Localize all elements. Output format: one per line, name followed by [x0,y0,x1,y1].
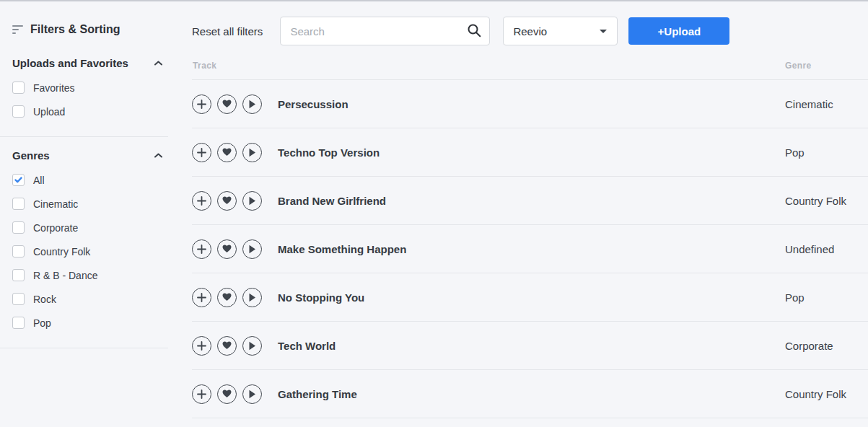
track-title: Brand New Girlfriend [278,195,785,207]
reset-all-filters-link[interactable]: Reset all filters [192,25,263,38]
favorite-button[interactable] [217,384,237,404]
section-uploads-and-favorites: Uploads and Favorites Favorites Upload [12,57,171,123]
track-title: Tech World [278,340,785,352]
table-row: Brand New Girlfriend Country Folk [192,177,868,225]
section-title: Uploads and Favorites [12,57,128,69]
row-actions [192,143,268,162]
filter-label: Favorites [33,82,75,94]
filter-label: Country Folk [33,246,90,257]
track-genre: Country Folk [785,388,868,400]
column-header-genre: Genre [785,61,868,71]
favorite-button[interactable] [217,336,237,356]
search-icon[interactable] [468,24,481,38]
track-title: Persecussion [278,98,785,110]
plus-icon [197,293,206,302]
heart-icon [222,245,232,253]
play-icon [248,293,256,302]
track-title: No Stopping You [278,291,785,304]
favorite-button[interactable] [217,191,237,211]
section-genres: Genres All Cinematic Corporate Country F… [12,149,171,335]
checkbox[interactable] [12,82,25,94]
favorite-button[interactable] [217,94,237,114]
checkbox[interactable] [12,245,25,257]
checkbox[interactable] [12,174,25,186]
heart-icon [222,389,232,398]
section-header-uploads[interactable]: Uploads and Favorites [12,57,171,69]
filter-checkbox-item[interactable]: R & B - Dance [12,263,171,287]
filter-label: Rock [33,294,56,305]
section-header-genres[interactable]: Genres [12,149,171,162]
row-actions [192,94,268,114]
heart-icon [222,293,232,301]
checkbox[interactable] [12,293,25,305]
filter-checkbox-item[interactable]: Cinematic [12,192,171,216]
filter-label: Pop [33,317,51,329]
track-genre: Undefined [785,243,868,255]
filter-checkbox-item[interactable]: Upload [12,100,171,123]
play-button[interactable] [242,239,262,259]
filter-checkbox-item[interactable]: Corporate [12,216,171,239]
track-title: Techno Top Version [278,146,785,159]
checkbox[interactable] [12,221,25,234]
track-genre: Country Folk [785,195,868,207]
play-button[interactable] [242,288,262,307]
add-to-project-button[interactable] [192,288,211,307]
add-to-project-button[interactable] [192,384,211,404]
upload-button[interactable]: +Upload [628,17,729,45]
track-title: Gathering Time [278,388,785,400]
play-icon [248,196,256,206]
filter-sort-icon [12,25,24,34]
filter-checkbox-item[interactable]: Favorites [12,76,171,100]
favorite-button[interactable] [217,239,237,259]
source-dropdown[interactable]: Reevio [503,17,618,45]
favorite-button[interactable] [217,143,237,162]
column-header-track: Track [193,61,785,71]
play-button[interactable] [242,336,262,356]
sidebar-header: Filters & Sorting [12,23,171,36]
add-to-project-button[interactable] [192,191,211,211]
table-row: Make Something Happen Undefined [192,225,868,273]
filter-label: Corporate [33,222,78,234]
play-icon [248,100,256,109]
play-button[interactable] [242,143,262,162]
plus-icon [197,245,206,254]
section-title: Genres [12,149,50,162]
add-to-project-button[interactable] [192,94,211,114]
plus-icon [197,389,206,399]
page: Filters & Sorting Uploads and Favorites … [0,0,868,427]
toolbar: Reset all filters Reevio +Upload [192,1,868,45]
search-input[interactable] [280,17,490,45]
play-button[interactable] [242,94,262,114]
table-header: Track Genre [192,45,868,80]
checkbox[interactable] [12,198,25,210]
row-actions [192,239,268,259]
add-to-project-button[interactable] [192,143,211,162]
add-to-project-button[interactable] [192,239,211,259]
favorite-button[interactable] [217,288,237,307]
table-row: Techno Top Version Pop [192,128,868,177]
filter-checkbox-item[interactable]: Rock [12,287,171,311]
table-row: No Stopping You Pop [192,273,868,322]
filters-sidebar: Filters & Sorting Uploads and Favorites … [0,1,171,427]
main-content: Reset all filters Reevio +Upload Track G… [192,1,868,418]
heart-icon [222,196,232,205]
checkbox[interactable] [12,317,25,329]
genres-filter-list: All Cinematic Corporate Country Folk R &… [12,168,171,335]
table-row: Tech World Corporate [192,322,868,370]
filter-checkbox-item[interactable]: Pop [12,311,171,335]
checkbox[interactable] [12,269,25,281]
add-to-project-button[interactable] [192,336,211,356]
sidebar-divider [0,348,168,348]
sidebar-title: Filters & Sorting [30,23,120,36]
filter-label: R & B - Dance [33,270,97,281]
filter-checkbox-item[interactable]: Country Folk [12,239,171,263]
play-button[interactable] [242,384,262,404]
row-actions [192,384,268,404]
filter-checkbox-item[interactable]: All [12,168,171,192]
checkbox[interactable] [12,105,25,118]
chevron-up-icon[interactable] [154,153,162,158]
check-icon [14,177,22,183]
play-button[interactable] [242,191,262,211]
chevron-up-icon[interactable] [154,61,162,66]
search-box [280,17,490,45]
